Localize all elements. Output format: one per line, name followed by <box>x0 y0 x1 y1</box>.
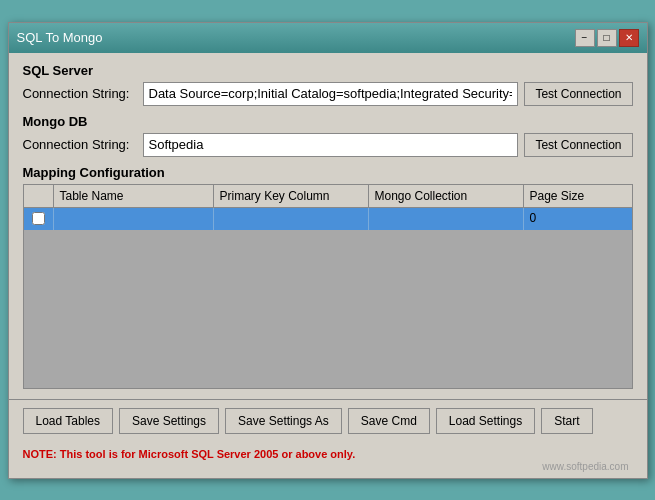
maximize-button[interactable]: □ <box>597 29 617 47</box>
sql-connection-label: Connection String: <box>23 86 143 101</box>
title-bar-buttons: − □ ✕ <box>575 29 639 47</box>
mapping-table-body: 0 <box>24 208 632 388</box>
mongo-connection-input[interactable] <box>143 133 519 157</box>
save-settings-as-button[interactable]: Save Settings As <box>225 408 342 434</box>
empty-table-area <box>24 230 632 310</box>
note-text: NOTE: This tool is for Microsoft SQL Ser… <box>23 448 356 460</box>
header-primary-key: Primary Key Column <box>214 185 369 207</box>
main-content: SQL Server Connection String: Test Conne… <box>9 53 647 399</box>
row-table-name <box>54 208 214 230</box>
header-page-size: Page Size <box>524 185 614 207</box>
window-title: SQL To Mongo <box>17 30 103 45</box>
row-checkbox[interactable] <box>32 212 45 225</box>
watermark: www.softpedia.com <box>23 461 633 472</box>
start-button[interactable]: Start <box>541 408 592 434</box>
mongo-connection-row: Connection String: Test Connection <box>23 133 633 157</box>
main-window: SQL To Mongo − □ ✕ SQL Server Connection… <box>8 22 648 479</box>
mapping-table-header: Table Name Primary Key Column Mongo Coll… <box>24 185 632 208</box>
mongo-section-label: Mongo DB <box>23 114 633 129</box>
sql-connection-input[interactable] <box>143 82 519 106</box>
note-bar: NOTE: This tool is for Microsoft SQL Ser… <box>9 442 647 478</box>
load-tables-button[interactable]: Load Tables <box>23 408 114 434</box>
row-mongo-collection <box>369 208 524 230</box>
mongo-connection-label: Connection String: <box>23 137 143 152</box>
save-settings-button[interactable]: Save Settings <box>119 408 219 434</box>
mapping-section-label: Mapping Configuration <box>23 165 633 180</box>
header-mongo-collection: Mongo Collection <box>369 185 524 207</box>
table-row: 0 <box>24 208 632 230</box>
row-page-size: 0 <box>524 208 614 230</box>
save-cmd-button[interactable]: Save Cmd <box>348 408 430 434</box>
sql-connection-row: Connection String: Test Connection <box>23 82 633 106</box>
minimize-button[interactable]: − <box>575 29 595 47</box>
mongo-test-connection-button[interactable]: Test Connection <box>524 133 632 157</box>
row-checkbox-cell <box>24 208 54 230</box>
row-primary-key <box>214 208 369 230</box>
close-button[interactable]: ✕ <box>619 29 639 47</box>
sql-test-connection-button[interactable]: Test Connection <box>524 82 632 106</box>
header-checkbox-col <box>24 185 54 207</box>
title-bar: SQL To Mongo − □ ✕ <box>9 23 647 53</box>
header-table-name: Table Name <box>54 185 214 207</box>
load-settings-button[interactable]: Load Settings <box>436 408 535 434</box>
mapping-table: Table Name Primary Key Column Mongo Coll… <box>23 184 633 389</box>
button-bar: Load Tables Save Settings Save Settings … <box>9 399 647 442</box>
sql-section-label: SQL Server <box>23 63 633 78</box>
